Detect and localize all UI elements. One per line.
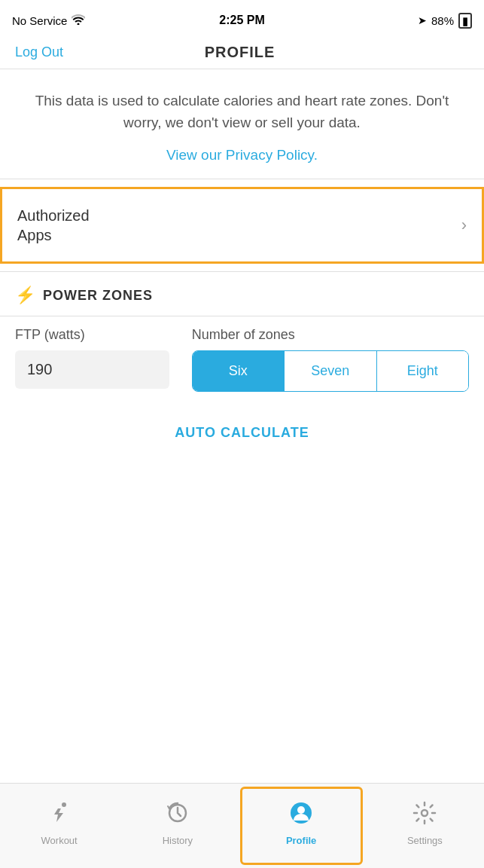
status-left: No Service (12, 14, 85, 27)
logout-button[interactable]: Log Out (15, 44, 63, 60)
location-icon: ➤ (418, 14, 427, 26)
zone-seven-button[interactable]: Seven (284, 351, 376, 391)
settings-icon (412, 801, 437, 830)
tab-profile[interactable]: Profile (240, 787, 363, 865)
zone-buttons: Six Seven Eight (192, 350, 469, 392)
zones-section: FTP (watts) Number of zones Six Seven Ei… (0, 316, 484, 407)
auto-calculate-section: AUTO CALCULATE (0, 407, 484, 463)
ftp-column: FTP (watts) (15, 327, 169, 389)
zones-column: Number of zones Six Seven Eight (192, 327, 469, 392)
tab-workout[interactable]: Workout (0, 784, 118, 868)
tab-profile-label: Profile (286, 835, 316, 846)
status-right: ➤ 88% ▮ (418, 13, 472, 29)
tab-bar: Workout History Profile (0, 783, 484, 868)
tab-workout-label: Workout (41, 835, 78, 846)
svg-point-3 (297, 806, 305, 814)
ftp-input[interactable] (15, 350, 169, 389)
authorized-apps-label: AuthorizedApps (17, 206, 90, 245)
privacy-policy-link[interactable]: View our Privacy Policy. (166, 147, 318, 163)
profile-icon (289, 801, 313, 830)
description-section: This data is used to calculate calories … (0, 69, 484, 179)
workout-icon (47, 801, 72, 830)
ftp-label: FTP (watts) (15, 327, 169, 343)
tab-history[interactable]: History (118, 784, 236, 868)
auto-calculate-button[interactable]: AUTO CALCULATE (175, 425, 309, 441)
svg-point-4 (422, 810, 428, 816)
divider-1 (0, 179, 484, 179)
zone-six-button[interactable]: Six (193, 351, 284, 391)
tab-history-label: History (163, 835, 193, 846)
tab-settings[interactable]: Settings (366, 784, 484, 868)
zones-row: FTP (watts) Number of zones Six Seven Ei… (15, 327, 469, 392)
carrier-text: No Service (12, 14, 67, 27)
status-time: 2:25 PM (219, 14, 264, 27)
chevron-right-icon: › (461, 215, 467, 235)
battery-text: 88% (431, 14, 454, 27)
status-bar: No Service 2:25 PM ➤ 88% ▮ (0, 0, 484, 38)
nav-bar: Log Out PROFILE (0, 38, 484, 69)
tab-settings-label: Settings (407, 835, 443, 846)
bolt-icon: ⚡ (15, 286, 35, 305)
power-zones-label: POWER ZONES (43, 288, 153, 304)
svg-point-0 (62, 802, 66, 807)
history-icon (166, 801, 190, 830)
power-zones-header: ⚡ POWER ZONES (0, 272, 484, 316)
zones-label: Number of zones (192, 327, 469, 343)
main-content: This data is used to calculate calories … (0, 69, 484, 554)
zone-eight-button[interactable]: Eight (376, 351, 468, 391)
page-title: PROFILE (205, 44, 275, 61)
description-text: This data is used to calculate calories … (23, 90, 461, 133)
authorized-apps-row[interactable]: AuthorizedApps › (0, 187, 484, 264)
wifi-icon (72, 14, 85, 27)
battery-icon: ▮ (458, 13, 472, 29)
